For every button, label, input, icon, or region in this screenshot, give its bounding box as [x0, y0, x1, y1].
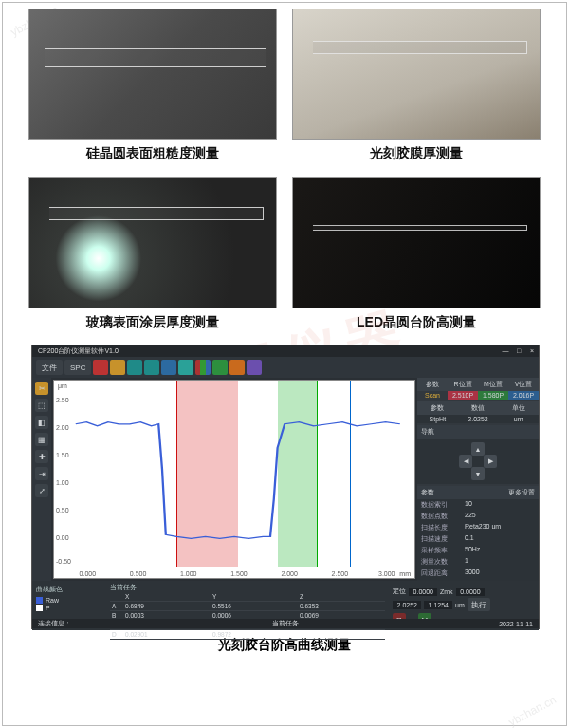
trace-line [54, 381, 414, 578]
legend-swatch [36, 597, 43, 604]
tool-icon[interactable] [247, 360, 262, 375]
sidetool-icon[interactable]: ✂ [35, 382, 48, 395]
tool-icon[interactable] [110, 360, 125, 375]
cursor-row-name: Scan [417, 391, 448, 400]
lift-unit: um [455, 602, 465, 608]
dt-cell [298, 630, 385, 640]
tool-icon[interactable] [144, 360, 159, 375]
sample-photo-silicon-roughness [28, 9, 277, 140]
col-header: 数值 [458, 401, 499, 415]
sample-photo-led-step [292, 177, 541, 308]
setting-key: 测量次数 [421, 557, 465, 567]
tool-icon[interactable] [93, 360, 108, 375]
setting-val: 10 [465, 500, 472, 510]
status-bar: 连接信息： 当前任务 2022-11-11 [32, 619, 539, 628]
setting-key: 数据点数 [421, 512, 465, 521]
lift-readout: 1.1254 [424, 601, 452, 609]
arrow-left-icon[interactable]: ◀ [459, 455, 472, 468]
caption: LED晶圆台阶高测量 [292, 314, 541, 331]
execute-button[interactable]: 执行 [468, 598, 490, 611]
nav-pad: ▲ ▼ ◀ ▶ [459, 442, 497, 480]
legend-swatch [36, 605, 43, 611]
status-date: 2022-11-11 [499, 621, 533, 627]
step-readout: 2.0252 [393, 601, 421, 609]
sidetool-icon[interactable]: ⇥ [35, 467, 48, 480]
col-header: 参数 [417, 401, 458, 415]
xy-value[interactable]: 0.0000 [409, 588, 437, 596]
status-connection: 连接信息： [38, 619, 71, 628]
tool-icon[interactable] [229, 360, 245, 375]
dt-head: X [123, 592, 211, 602]
z-label: Zmk [440, 588, 453, 595]
status-task: 当前任务 [272, 619, 299, 628]
arrow-up-icon[interactable]: ▲ [471, 442, 485, 456]
setting-val: 1 [465, 557, 468, 567]
caption: 光刻胶膜厚测量 [292, 145, 541, 162]
sidetool-icon[interactable]: ▦ [35, 433, 48, 446]
setting-key: 回退距离 [421, 569, 465, 578]
legend-title: 曲线颜色 [36, 585, 104, 594]
col-header: R位置 [448, 378, 478, 391]
profile-chart[interactable]: μm mm 2.50 2.00 1.50 1.00 0.50 0.00 -0.5… [53, 380, 415, 579]
col-header: V位置 [508, 378, 539, 391]
data-table-title: 当前任务 [110, 583, 385, 592]
side-toolbar: ✂ ⬚ ◧ ▦ ✚ ⇥ ⤢ [32, 378, 51, 581]
arrow-down-icon[interactable]: ▼ [471, 467, 485, 480]
setting-val: 225 [465, 512, 476, 521]
dt-cell: 0.02901 [123, 630, 211, 640]
setting-val: Reta230 um [465, 523, 501, 532]
caption: 玻璃表面涂层厚度测量 [28, 314, 277, 331]
tab-file[interactable]: 文件 [36, 360, 63, 375]
dt-row: A [110, 602, 123, 611]
dt-cell: 0.6353 [298, 602, 385, 611]
cursor-m-value: 1.580P [478, 391, 508, 400]
dt-cell: 0.5516 [211, 602, 298, 611]
tool-icon[interactable] [161, 360, 176, 375]
sample-photo-glass-coating [28, 177, 277, 308]
sidetool-icon[interactable]: ⬚ [35, 399, 48, 412]
dt-head: Y [211, 592, 298, 602]
sample-photo-photoresist-thickness [292, 9, 541, 140]
setting-key: 数据索引 [421, 500, 465, 510]
xy-label: 定位 [393, 587, 406, 596]
sidetool-icon[interactable]: ✚ [35, 450, 48, 463]
settings-more[interactable]: 更多设置 [508, 488, 535, 497]
tool-icon[interactable] [178, 360, 193, 375]
tab-spc[interactable]: SPC [64, 360, 91, 375]
caption: 硅晶圆表面粗糙度测量 [28, 145, 277, 162]
watermark-corner: ybzhan.cn [506, 693, 559, 728]
setting-key: 扫描速度 [421, 534, 465, 544]
setting-key: 扫描长度 [421, 523, 465, 532]
cursor-r-value: 2.510P [448, 391, 478, 400]
window-maximize-icon[interactable]: □ [512, 345, 525, 357]
setting-val: 50Hz [465, 546, 480, 555]
settings-title: 参数 [421, 488, 434, 497]
window-minimize-icon[interactable]: — [499, 345, 512, 357]
sidetool-icon[interactable]: ⤢ [35, 484, 48, 497]
col-header: 参数 [417, 378, 448, 391]
col-header: 单位 [498, 401, 539, 415]
window-title: CP200台阶仪测量软件V1.0 [38, 345, 119, 357]
right-panel: 参数 R位置 M位置 V位置 Scan 2.510P 1.580P 2.016P… [417, 378, 539, 581]
sidetool-icon[interactable]: ◧ [35, 416, 48, 429]
dt-cell: 0.9872 [211, 630, 298, 640]
tool-icon[interactable] [212, 360, 228, 375]
step-value: 2.0252 [458, 415, 499, 423]
step-name: StpHt [417, 415, 458, 423]
col-header: M位置 [478, 378, 508, 391]
legend-label: Raw [46, 597, 59, 604]
software-window: CP200台阶仪测量软件V1.0 — □ × 文件 SPC [31, 345, 540, 629]
window-close-icon[interactable]: × [525, 345, 539, 357]
cursor-v-value: 2.016P [508, 391, 539, 400]
dt-cell: 0.6849 [123, 602, 211, 611]
setting-val: 0.1 [465, 534, 474, 544]
toolbar: 文件 SPC [32, 357, 539, 378]
tool-icon[interactable] [195, 360, 211, 375]
z-value[interactable]: 0.0000 [456, 588, 485, 596]
step-unit: um [498, 415, 539, 423]
nav-title: 导航 [421, 427, 434, 437]
setting-key: 采样频率 [421, 546, 465, 555]
arrow-right-icon[interactable]: ▶ [484, 455, 497, 468]
tool-icon[interactable] [127, 360, 142, 375]
dt-head: Z [298, 592, 385, 602]
